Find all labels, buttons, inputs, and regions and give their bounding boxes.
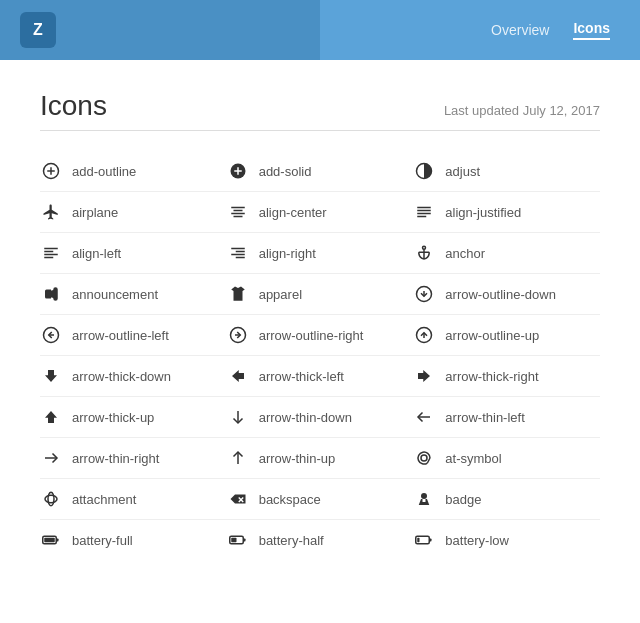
icon-item-align-left: align-left xyxy=(40,233,227,274)
svg-marker-37 xyxy=(45,411,57,423)
add-outline-icon xyxy=(40,160,62,182)
icon-item-arrow-thin-right: arrow-thin-right xyxy=(40,438,227,479)
icon-label: attachment xyxy=(72,492,136,507)
svg-rect-54 xyxy=(243,539,245,542)
header: Z Overview Icons xyxy=(0,0,640,60)
svg-rect-11 xyxy=(418,207,432,209)
svg-rect-13 xyxy=(418,213,432,215)
attachment-icon xyxy=(40,488,62,510)
arrow-outline-up-icon xyxy=(413,324,435,346)
icon-item-battery-half: battery-half xyxy=(227,520,414,560)
icon-label: badge xyxy=(445,492,481,507)
icon-label: arrow-thick-up xyxy=(72,410,154,425)
icon-item-align-center: align-center xyxy=(227,192,414,233)
icon-item-at-symbol: at-symbol xyxy=(413,438,600,479)
arrow-thick-right-icon xyxy=(413,365,435,387)
icon-item-arrow-thick-down: arrow-thick-down xyxy=(40,356,227,397)
icon-item-announcement: announcement xyxy=(40,274,227,315)
icon-label: at-symbol xyxy=(445,451,501,466)
arrow-outline-right-icon xyxy=(227,324,249,346)
svg-rect-20 xyxy=(235,251,244,253)
icon-item-arrow-outline-left: arrow-outline-left xyxy=(40,315,227,356)
icon-item-arrow-thick-up: arrow-thick-up xyxy=(40,397,227,438)
icon-item-arrow-thick-right: arrow-thick-right xyxy=(413,356,600,397)
icon-item-arrow-thin-up: arrow-thin-up xyxy=(227,438,414,479)
arrow-thin-left-icon xyxy=(413,406,435,428)
icon-item-attachment: attachment xyxy=(40,479,227,520)
arrow-thin-up-icon xyxy=(227,447,249,469)
svg-rect-7 xyxy=(231,207,245,209)
svg-point-48 xyxy=(421,493,427,499)
battery-half-icon xyxy=(227,529,249,551)
icon-item-adjust: adjust xyxy=(413,151,600,192)
svg-rect-58 xyxy=(418,538,420,543)
icon-item-anchor: anchor xyxy=(413,233,600,274)
icon-label: adjust xyxy=(445,164,480,179)
icon-label: align-justified xyxy=(445,205,521,220)
arrow-thick-up-icon xyxy=(40,406,62,428)
icon-item-apparel: apparel xyxy=(227,274,414,315)
svg-point-45 xyxy=(45,495,57,503)
align-justified-icon xyxy=(413,201,435,223)
at-symbol-icon xyxy=(413,447,435,469)
icon-label: arrow-thin-up xyxy=(259,451,336,466)
svg-rect-15 xyxy=(44,248,58,250)
last-updated: Last updated July 12, 2017 xyxy=(444,103,600,118)
nav-overview[interactable]: Overview xyxy=(491,22,549,38)
icon-item-arrow-outline-up: arrow-outline-up xyxy=(413,315,600,356)
header-nav: Overview Icons xyxy=(320,0,640,60)
svg-rect-12 xyxy=(418,210,432,212)
svg-marker-36 xyxy=(418,370,430,382)
icon-item-add-solid: add-solid xyxy=(227,151,414,192)
icon-item-badge: badge xyxy=(413,479,600,520)
icon-item-arrow-thin-left: arrow-thin-left xyxy=(413,397,600,438)
svg-rect-9 xyxy=(231,213,245,215)
svg-rect-22 xyxy=(235,257,244,259)
logo-letter: Z xyxy=(33,21,43,39)
svg-rect-49 xyxy=(423,499,426,502)
icon-label: backspace xyxy=(259,492,321,507)
page-title: Icons xyxy=(40,90,107,122)
icon-label: arrow-outline-down xyxy=(445,287,556,302)
main-content: Icons Last updated July 12, 2017 add-out… xyxy=(0,60,640,623)
svg-rect-18 xyxy=(44,257,53,259)
icon-label: align-left xyxy=(72,246,121,261)
badge-icon xyxy=(413,488,435,510)
icon-label: arrow-thick-down xyxy=(72,369,171,384)
icon-item-airplane: airplane xyxy=(40,192,227,233)
icon-label: airplane xyxy=(72,205,118,220)
icon-label: arrow-outline-right xyxy=(259,328,364,343)
svg-marker-34 xyxy=(45,370,57,382)
icon-label: arrow-outline-up xyxy=(445,328,539,343)
icon-item-add-outline: add-outline xyxy=(40,151,227,192)
svg-rect-21 xyxy=(231,254,245,256)
adjust-icon xyxy=(413,160,435,182)
svg-rect-17 xyxy=(44,254,58,256)
icon-label: arrow-thick-right xyxy=(445,369,538,384)
icon-label: arrow-thin-right xyxy=(72,451,159,466)
app-container: Z Overview Icons Icons Last updated July… xyxy=(0,0,640,623)
icon-item-arrow-thin-down: arrow-thin-down xyxy=(227,397,414,438)
airplane-icon xyxy=(40,201,62,223)
page-header: Icons Last updated July 12, 2017 xyxy=(40,90,600,122)
svg-rect-16 xyxy=(44,251,53,253)
icon-label: arrow-thick-left xyxy=(259,369,344,384)
battery-full-icon xyxy=(40,529,62,551)
apparel-icon xyxy=(227,283,249,305)
divider xyxy=(40,130,600,131)
header-logo: Z xyxy=(0,0,320,60)
add-solid-icon xyxy=(227,160,249,182)
nav-icons[interactable]: Icons xyxy=(573,20,610,40)
logo-badge: Z xyxy=(20,12,56,48)
icon-item-arrow-outline-right: arrow-outline-right xyxy=(227,315,414,356)
svg-rect-51 xyxy=(56,539,58,542)
icons-grid: add-outlineadd-solidadjustairplanealign-… xyxy=(40,151,600,560)
icon-item-backspace: backspace xyxy=(227,479,414,520)
icon-label: announcement xyxy=(72,287,158,302)
icon-label: align-center xyxy=(259,205,327,220)
backspace-icon xyxy=(227,488,249,510)
arrow-thin-right-icon xyxy=(40,447,62,469)
icon-label: arrow-thin-left xyxy=(445,410,524,425)
icon-label: align-right xyxy=(259,246,316,261)
svg-rect-55 xyxy=(231,538,236,543)
